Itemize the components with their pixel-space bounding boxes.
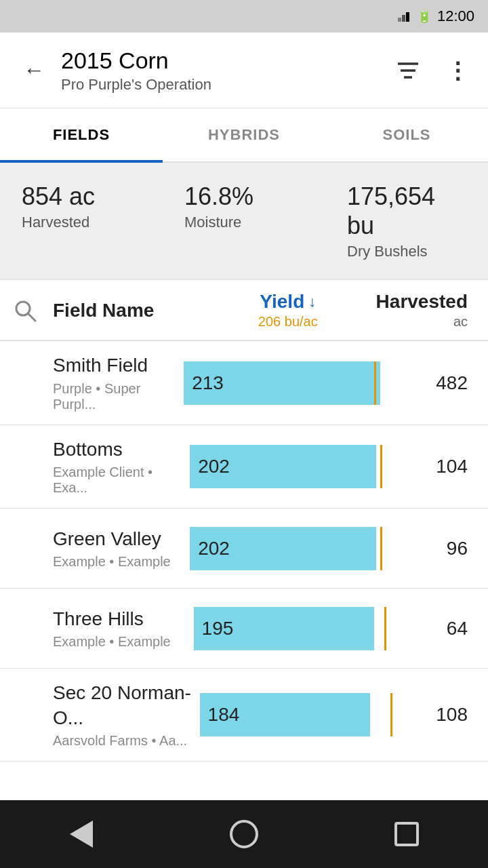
row-field-info: Bottoms Example Client • Exa... xyxy=(14,437,190,496)
nav-home-button[interactable] xyxy=(217,814,271,854)
app-bar-actions: ⋮ xyxy=(390,53,474,88)
row-harvested-value: 482 xyxy=(436,372,468,394)
row-field-name: Green Valley xyxy=(53,527,190,551)
svg-marker-1 xyxy=(402,15,405,22)
yield-bar: 195 xyxy=(194,607,374,650)
battery-icon: 🔋 xyxy=(417,9,432,24)
yield-column-header[interactable]: Yield ↓ 206 bu/ac xyxy=(219,291,357,330)
row-harvested-col: 108 xyxy=(370,704,474,726)
reference-line xyxy=(374,361,376,405)
back-arrow-icon: ← xyxy=(23,58,45,83)
table-row[interactable]: Smith Field Purple • Super Purpl... 213 … xyxy=(0,341,488,425)
yield-average: 206 bu/ac xyxy=(258,314,318,330)
yield-bar-value: 184 xyxy=(208,704,240,726)
row-field-sub: Example • Example xyxy=(53,634,194,650)
app-bar-title: 2015 Corn xyxy=(61,47,390,75)
row-yield-col: 202 xyxy=(190,445,376,488)
nav-back-button[interactable] xyxy=(54,814,108,854)
table-row[interactable]: Sec 20 Norman-O... Aarsvold Farms • Aa..… xyxy=(0,669,488,762)
harvested-column-header: Harvested ac xyxy=(357,291,474,330)
reference-line xyxy=(380,445,382,488)
search-icon-wrap[interactable] xyxy=(14,299,47,322)
row-field-name: Bottoms xyxy=(53,437,190,462)
yield-bar: 213 xyxy=(184,361,380,405)
more-icon: ⋮ xyxy=(446,57,468,84)
yield-bar: 202 xyxy=(190,445,376,488)
yield-bar-value: 213 xyxy=(192,372,224,394)
row-harvested-col: 96 xyxy=(376,538,474,559)
row-harvested-value: 96 xyxy=(447,538,468,559)
bottom-nav xyxy=(0,800,488,868)
stat-moisture-label: Moisture xyxy=(184,214,241,231)
status-time: 12:00 xyxy=(437,7,474,25)
row-field-info: Green Valley Example • Example xyxy=(14,527,190,570)
table-row[interactable]: Green Valley Example • Example 202 96 xyxy=(0,509,488,589)
nav-recent-button[interactable] xyxy=(380,814,434,854)
status-icons: 🔋 12:00 xyxy=(398,7,474,25)
row-field-sub: Example Client • Exa... xyxy=(53,465,190,496)
status-bar: 🔋 12:00 xyxy=(0,0,488,33)
yield-bar-value: 202 xyxy=(198,538,230,559)
filter-button[interactable] xyxy=(390,53,426,88)
svg-marker-2 xyxy=(406,12,409,22)
stat-moisture: 16.8% Moisture xyxy=(163,182,325,260)
stat-drybushels-label: Dry Bushels xyxy=(347,243,428,260)
row-yield-col: 213 xyxy=(184,361,380,405)
row-yield-col: 202 xyxy=(190,527,376,570)
row-yield-col: 184 xyxy=(200,693,370,736)
tab-soils[interactable]: SOILS xyxy=(325,108,488,161)
table-header: Field Name Yield ↓ 206 bu/ac Harvested a… xyxy=(0,280,488,341)
row-field-sub: Example • Example xyxy=(53,554,190,570)
tab-fields[interactable]: FIELDS xyxy=(0,108,163,161)
stat-drybushels-value: 175,654 bu xyxy=(347,182,466,240)
nav-recent-icon xyxy=(394,822,419,846)
row-harvested-value: 64 xyxy=(447,618,468,639)
search-icon xyxy=(14,299,37,322)
summary-stats: 854 ac Harvested 16.8% Moisture 175,654 … xyxy=(0,163,488,280)
nav-home-icon xyxy=(230,820,258,848)
table-row[interactable]: Three Hills Example • Example 195 64 xyxy=(0,589,488,669)
yield-bar: 184 xyxy=(200,693,370,736)
row-harvested-col: 64 xyxy=(374,618,474,639)
row-field-name: Smith Field xyxy=(53,353,184,378)
yield-bar-value: 195 xyxy=(202,618,234,639)
table-body: Smith Field Purple • Super Purpl... 213 … xyxy=(0,341,488,762)
svg-line-7 xyxy=(28,314,35,321)
row-field-sub: Purple • Super Purpl... xyxy=(53,381,184,412)
row-harvested-value: 108 xyxy=(436,704,468,726)
row-harvested-col: 104 xyxy=(376,456,474,477)
yield-sort-icon: ↓ xyxy=(308,293,316,311)
harvested-unit: ac xyxy=(453,314,468,330)
stat-harvested-value: 854 ac xyxy=(22,182,95,211)
row-field-name: Sec 20 Norman-O... xyxy=(53,681,200,730)
row-field-info: Three Hills Example • Example xyxy=(14,607,194,650)
row-yield-col: 195 xyxy=(194,607,374,650)
yield-bar: 202 xyxy=(190,527,376,570)
stat-harvested: 854 ac Harvested xyxy=(0,182,163,260)
field-name-column-header: Field Name xyxy=(47,300,219,321)
row-field-info: Smith Field Purple • Super Purpl... xyxy=(14,353,184,412)
yield-bar-value: 202 xyxy=(198,456,230,477)
yield-header-row: Yield ↓ xyxy=(260,291,316,313)
reference-line xyxy=(390,693,392,736)
stat-moisture-value: 16.8% xyxy=(184,182,253,211)
row-field-info: Sec 20 Norman-O... Aarsvold Farms • Aa..… xyxy=(14,681,200,749)
harvested-label: Harvested xyxy=(376,291,468,313)
row-harvested-value: 104 xyxy=(436,456,468,477)
reference-line xyxy=(384,607,386,650)
more-options-button[interactable]: ⋮ xyxy=(439,53,474,88)
signal-icon xyxy=(398,11,411,22)
tabs-bar: FIELDS HYBRIDS SOILS xyxy=(0,108,488,163)
svg-marker-0 xyxy=(398,18,401,22)
nav-back-icon xyxy=(70,821,93,848)
app-bar: ← 2015 Corn Pro Purple's Operation ⋮ xyxy=(0,33,488,108)
table-row[interactable]: Bottoms Example Client • Exa... 202 104 xyxy=(0,425,488,509)
app-bar-subtitle: Pro Purple's Operation xyxy=(61,76,390,94)
reference-line xyxy=(380,527,382,570)
stat-drybushels: 175,654 bu Dry Bushels xyxy=(325,182,488,260)
app-bar-title-area: 2015 Corn Pro Purple's Operation xyxy=(54,47,390,94)
tab-hybrids[interactable]: HYBRIDS xyxy=(163,108,325,161)
back-button[interactable]: ← xyxy=(14,50,54,91)
stat-harvested-label: Harvested xyxy=(22,214,89,231)
row-harvested-col: 482 xyxy=(380,372,474,394)
